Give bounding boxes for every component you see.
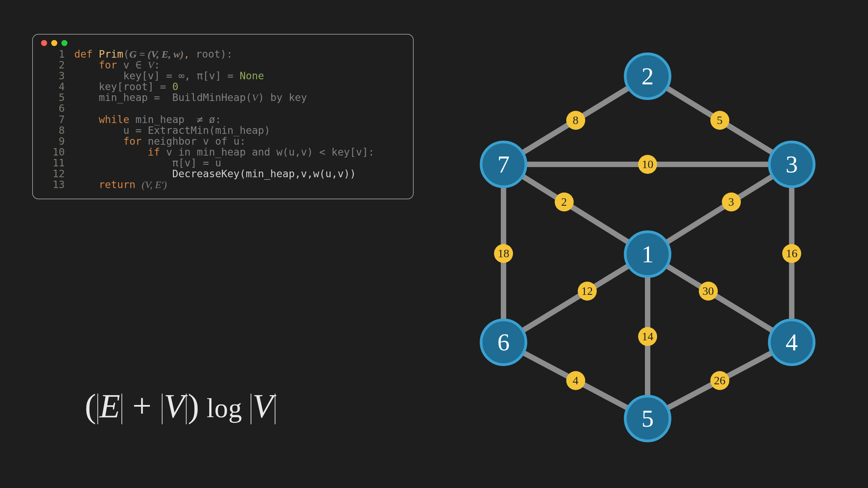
edge-weight: 8	[566, 111, 585, 130]
edge-weight: 14	[638, 327, 657, 346]
line-number: 5	[43, 92, 65, 103]
line-number: 4	[43, 81, 65, 92]
line-number: 13	[43, 179, 65, 190]
line-number: 10	[43, 147, 65, 158]
window-controls	[41, 40, 403, 46]
line-number: 12	[43, 168, 65, 179]
edge-weight: 30	[699, 282, 718, 301]
line-number: 7	[43, 114, 65, 125]
edge-weight: 10	[638, 155, 657, 174]
line-number: 2	[43, 60, 65, 70]
complexity-formula: (|E| + |V|) log |V|	[85, 386, 277, 425]
close-icon	[41, 40, 47, 46]
edge-weight: 5	[710, 111, 729, 130]
edge-weight: 18	[494, 244, 513, 263]
edge-weight: 3	[722, 192, 741, 211]
graph-edge	[648, 254, 792, 342]
edge-weight: 2	[555, 192, 574, 211]
graph-edge	[504, 164, 648, 254]
slide: 1def Prim(G = (V, E, w), root): 2 for v …	[0, 0, 868, 488]
minimize-icon	[51, 40, 57, 46]
edge-weight: 12	[578, 282, 597, 301]
line-number: 1	[43, 49, 65, 60]
graph-node: 3	[768, 141, 815, 188]
edge-weight: 26	[710, 371, 729, 390]
line-number: 3	[43, 70, 65, 81]
line-number: 6	[43, 103, 65, 114]
maximize-icon	[61, 40, 67, 46]
line-number: 11	[43, 158, 65, 168]
graph-node: 2	[624, 53, 671, 100]
graph-diagram: 85102318161230144261234567	[468, 44, 827, 430]
code-block: 1def Prim(G = (V, E, w), root): 2 for v …	[43, 49, 403, 190]
line-number: 8	[43, 125, 65, 136]
graph-node: 1	[624, 230, 671, 278]
graph-node: 6	[480, 319, 527, 366]
edge-weight: 4	[566, 371, 585, 390]
graph-node: 4	[768, 319, 815, 366]
graph-node: 7	[480, 141, 527, 188]
graph-edge	[648, 164, 792, 254]
line-number: 9	[43, 136, 65, 147]
code-window: 1def Prim(G = (V, E, w), root): 2 for v …	[32, 34, 414, 199]
graph-edge	[504, 254, 648, 342]
graph-node: 5	[624, 395, 671, 442]
edge-weight: 16	[782, 244, 801, 263]
